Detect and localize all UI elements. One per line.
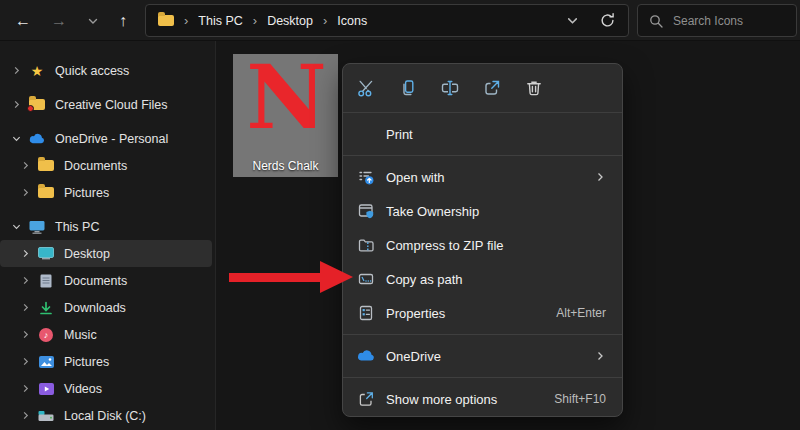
address-dropdown-button[interactable] <box>566 14 579 27</box>
breadcrumb-separator: › <box>322 13 328 28</box>
annotation-arrow-shaft <box>229 273 322 282</box>
forward-button[interactable]: → <box>46 0 72 41</box>
menu-item-label: OneDrive <box>386 349 441 364</box>
sidebar-item-onedrive-pictures[interactable]: Pictures <box>0 179 212 206</box>
chevron-right-icon[interactable] <box>19 276 32 285</box>
sidebar-item-pictures[interactable]: Pictures <box>0 348 212 375</box>
disk-icon <box>37 410 55 422</box>
sidebar-item-label: This PC <box>55 220 99 234</box>
file-name-label: Nerds Chalk <box>252 159 318 173</box>
back-icon: ← <box>15 12 31 30</box>
zip-folder-icon <box>356 236 376 254</box>
shortcut-label: Shift+F10 <box>554 392 606 406</box>
submenu-chevron-icon <box>594 350 606 362</box>
copy-button[interactable] <box>387 70 429 106</box>
menu-item-label: Open with <box>386 170 445 185</box>
sidebar-item-desktop[interactable]: Desktop <box>0 240 212 267</box>
menu-item-take-ownership[interactable]: Take Ownership <box>343 194 622 228</box>
cut-icon <box>356 78 376 98</box>
chevron-right-icon[interactable] <box>19 330 32 339</box>
sidebar-item-local-disk-c[interactable]: Local Disk (C:) <box>0 402 212 429</box>
chevron-down-icon[interactable] <box>10 134 23 143</box>
sidebar-item-label: Local Disk (C:) <box>64 409 146 423</box>
menu-item-label: Show more options <box>386 392 497 407</box>
search-placeholder: Search Icons <box>673 14 743 28</box>
star-icon: ★ <box>31 64 44 78</box>
menu-item-copy-as-path[interactable]: Copy as path <box>343 262 622 296</box>
sidebar-item-label: Desktop <box>64 247 110 261</box>
rename-button[interactable] <box>429 70 471 106</box>
chevron-right-icon[interactable] <box>19 249 32 258</box>
copy-as-path-icon <box>356 270 376 288</box>
menu-item-label: Properties <box>386 306 445 321</box>
sidebar-item-label: Videos <box>64 382 102 396</box>
breadcrumb-icons[interactable]: Icons <box>337 14 367 28</box>
up-button[interactable]: ↑ <box>110 0 136 41</box>
chevron-down-icon <box>87 15 99 27</box>
menu-item-label: Copy as path <box>386 272 463 287</box>
breadcrumb-desktop[interactable]: Desktop <box>267 14 313 28</box>
desktop-icon <box>37 247 55 260</box>
chevron-right-icon[interactable] <box>19 188 32 197</box>
delete-button[interactable] <box>513 70 555 106</box>
share-icon <box>482 78 502 98</box>
chevron-right-icon[interactable] <box>19 303 32 312</box>
videos-icon <box>37 383 55 395</box>
sidebar-item-downloads[interactable]: Downloads <box>0 294 212 321</box>
menu-item-print[interactable]: Print <box>343 117 622 151</box>
sidebar-item-label: Music <box>64 328 97 342</box>
sidebar-item-creative-cloud-files[interactable]: Creative Cloud Files <box>0 91 212 118</box>
rename-icon <box>440 78 460 98</box>
menu-item-label: Take Ownership <box>386 204 479 219</box>
chevron-right-icon[interactable] <box>19 411 32 420</box>
menu-item-properties[interactable]: Properties Alt+Enter <box>343 296 622 330</box>
search-input[interactable]: Search Icons <box>637 4 797 37</box>
chevron-right-icon[interactable] <box>10 100 23 109</box>
menu-separator <box>343 155 622 156</box>
sidebar-item-this-pc[interactable]: This PC <box>0 213 212 240</box>
chevron-right-icon[interactable] <box>10 66 23 75</box>
sidebar-item-label: Pictures <box>64 355 109 369</box>
menu-item-label: Compress to ZIP file <box>386 238 504 253</box>
search-icon <box>649 14 663 28</box>
submenu-chevron-icon <box>594 171 606 183</box>
menu-item-compress-to-zip[interactable]: Compress to ZIP file <box>343 228 622 262</box>
address-bar[interactable]: › This PC › Desktop › Icons <box>145 4 629 37</box>
properties-icon <box>356 304 376 322</box>
onedrive-icon <box>356 349 376 363</box>
cut-button[interactable] <box>345 70 387 106</box>
sidebar-item-onedrive-documents[interactable]: Documents <box>0 152 212 179</box>
share-button[interactable] <box>471 70 513 106</box>
chevron-right-icon[interactable] <box>19 161 32 170</box>
context-menu: Print Open with Take Ownership Compress … <box>342 63 623 417</box>
menu-item-open-with[interactable]: Open with <box>343 160 622 194</box>
refresh-button[interactable] <box>599 12 616 29</box>
sidebar-item-onedrive-personal[interactable]: OneDrive - Personal <box>0 125 212 152</box>
menu-item-onedrive[interactable]: OneDrive <box>343 339 622 373</box>
sidebar-item-quick-access[interactable]: ★ Quick access <box>0 57 212 84</box>
chevron-down-icon[interactable] <box>10 222 23 231</box>
sidebar-item-videos[interactable]: Videos <box>0 375 212 402</box>
sidebar-item-music[interactable]: ♪ Music <box>0 321 212 348</box>
file-item-nerds-chalk[interactable]: N Nerds Chalk <box>233 54 338 177</box>
folder-icon <box>38 187 54 198</box>
sidebar-item-documents[interactable]: Documents <box>0 267 212 294</box>
back-button[interactable]: ← <box>10 0 36 41</box>
open-with-icon <box>356 168 376 186</box>
context-menu-items: Print Open with Take Ownership Compress … <box>343 113 622 416</box>
breadcrumb-separator: › <box>183 13 189 28</box>
sidebar-item-label: Documents <box>64 274 127 288</box>
navigation-pane: ★ Quick access Creative Cloud Files OneD… <box>0 41 216 430</box>
recent-locations-button[interactable] <box>80 0 106 41</box>
chevron-right-icon[interactable] <box>19 384 32 393</box>
creative-cloud-folder-icon <box>29 99 45 110</box>
menu-item-show-more-options[interactable]: Show more options Shift+F10 <box>343 382 622 416</box>
document-icon <box>37 274 55 288</box>
up-icon: ↑ <box>119 12 127 30</box>
sidebar-item-label: OneDrive - Personal <box>55 132 168 146</box>
monitor-icon <box>28 220 46 234</box>
toolbar: ← → ↑ › This PC › Desktop › Icons Search… <box>0 0 800 41</box>
chevron-right-icon[interactable] <box>19 357 32 366</box>
menu-separator <box>343 334 622 335</box>
breadcrumb-this-pc[interactable]: This PC <box>198 14 242 28</box>
